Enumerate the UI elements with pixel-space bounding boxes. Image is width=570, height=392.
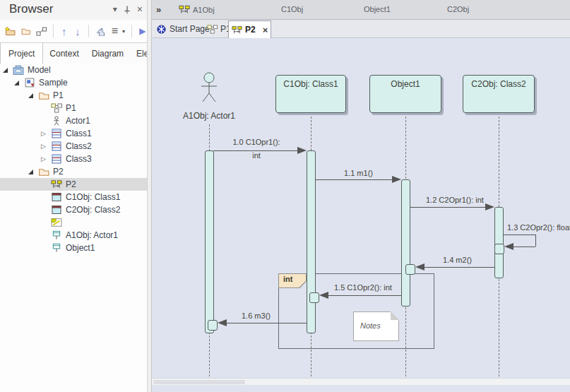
tree-item-p2-diagram-selected[interactable]: P2 [0, 178, 147, 191]
actor-figure[interactable] [198, 71, 220, 104]
tab-diagram[interactable]: Diagram [85, 43, 130, 64]
tree-item-p1-diagram[interactable]: P1 [0, 102, 147, 114]
hamburger-menu-icon[interactable]: ≡ [110, 24, 119, 38]
lifeline-box-c2obj[interactable]: C2Obj: Class2 [463, 75, 535, 113]
return-marker-a1obj[interactable] [208, 320, 218, 331]
activation-c1obj[interactable] [307, 150, 316, 333]
class-icon [51, 154, 62, 164]
tree-item-p2-folder[interactable]: P2 [0, 165, 147, 178]
browser-title: Browser [9, 2, 53, 16]
move-up-icon[interactable]: ↑ [60, 24, 69, 38]
scrollbar-thumb[interactable] [153, 380, 245, 384]
tree-item-class3[interactable]: ▷Class3 [0, 153, 147, 165]
return-marker-c2obj[interactable] [494, 244, 504, 254]
tree-item-model[interactable]: Model [0, 64, 147, 76]
message-1-2-line[interactable] [410, 207, 485, 208]
activation-object1[interactable] [401, 179, 410, 307]
lifeline-icon [51, 230, 62, 240]
message-1-0-line[interactable] [213, 150, 297, 151]
return-marker-c1obj[interactable] [309, 292, 319, 303]
tree-item-object1[interactable]: Object1 [0, 242, 147, 254]
tab-context[interactable]: Context [43, 43, 85, 64]
toolbar-separator [131, 25, 132, 37]
tab-p2-active[interactable]: P2 × [228, 20, 271, 38]
sequence-diagram-canvas[interactable]: A1Obj: Actor1 C1Obj: Class1 Object1 C2Ob… [152, 38, 570, 385]
object-icon [51, 192, 62, 202]
package-icon [38, 167, 49, 177]
message-1-4-label[interactable]: 1.4 m2() [443, 256, 472, 264]
expander-open-icon[interactable] [28, 93, 37, 98]
overflow-chevron-icon[interactable]: » [156, 4, 161, 15]
actor-label[interactable]: A1Obj: Actor1 [174, 111, 244, 121]
lifeline-box-c1obj[interactable]: C1Obj: Class1 [275, 75, 346, 113]
package-icon [38, 90, 49, 100]
tree-item-c2obj[interactable]: C2Obj: Class2 [0, 203, 147, 216]
tree-item-fragment[interactable] [0, 216, 147, 229]
message-1-1-label[interactable]: 1.1 m1() [344, 169, 373, 177]
note-text: Notes [360, 321, 381, 330]
message-1-0-label-line2[interactable]: int [219, 151, 294, 160]
message-1-4-line[interactable] [424, 267, 494, 268]
package-diagram-icon [51, 103, 62, 113]
expander-open-icon[interactable] [28, 170, 37, 174]
diagram-panel: » A1Obj C1Obj Object1 C2Obj Start Page P… [152, 0, 570, 392]
message-1-3-line-side[interactable] [535, 234, 536, 247]
folder-icon[interactable] [20, 24, 31, 38]
toolbar-separator [53, 25, 54, 37]
new-package-icon[interactable] [4, 24, 16, 38]
view-icon [24, 78, 35, 88]
toolbar-separator [88, 25, 89, 37]
message-1-1-line[interactable] [315, 179, 392, 180]
return-marker-object1[interactable] [405, 264, 415, 275]
tab-project[interactable]: Project [0, 43, 43, 64]
expander-closed-icon[interactable]: ▷ [41, 156, 50, 162]
tree-item-class2[interactable]: ▷Class2 [0, 140, 147, 153]
message-1-6-line[interactable] [227, 323, 307, 323]
menu-caret-icon[interactable]: ▾ [122, 28, 125, 35]
tree-item-a1obj[interactable]: A1Obj: Actor1 [0, 229, 147, 242]
move-down-icon[interactable]: ↓ [73, 24, 82, 38]
expander-open-icon[interactable] [3, 68, 12, 73]
tree-item-p1-folder[interactable]: P1 [0, 89, 147, 102]
header-lifeline-object1[interactable]: Object1 [364, 5, 391, 13]
tree-item-c1obj[interactable]: C1Obj: Class1 [0, 191, 147, 203]
pin-icon[interactable] [124, 5, 131, 14]
chevron-down-icon[interactable]: ▾ [113, 4, 117, 15]
tree-item-class1[interactable]: ▷Class1 [0, 127, 147, 140]
message-1-0-label[interactable]: 1.0 C1Opr1(): [219, 138, 294, 146]
sequence-diagram-icon [51, 179, 62, 189]
lifeline-box-object1[interactable]: Object1 [369, 75, 441, 113]
activation-a1obj[interactable] [205, 150, 214, 333]
locate-hand-icon[interactable] [95, 24, 105, 38]
note-fold-icon [391, 311, 399, 320]
fragment-operator-label: int [283, 275, 292, 283]
tree-item-sample[interactable]: Sample [0, 76, 147, 89]
activation-c2obj[interactable] [494, 207, 504, 278]
message-1-3-line-bottom[interactable] [513, 247, 535, 247]
tree-item-actor1[interactable]: Actor1 [0, 114, 147, 127]
message-1-5-line[interactable] [328, 295, 401, 296]
message-1-6-label[interactable]: 1.6 m3() [242, 311, 271, 320]
message-1-5-arrowhead [319, 292, 328, 299]
close-tab-icon[interactable]: × [263, 25, 268, 35]
message-1-3-label[interactable]: 1.3 C2Opr2(): float [507, 223, 570, 232]
note-element[interactable]: Notes [353, 311, 399, 341]
expander-closed-icon[interactable]: ▷ [41, 143, 50, 150]
play-icon[interactable]: ▶ [138, 24, 147, 38]
panel-splitter[interactable] [147, 0, 152, 392]
message-1-3-arrowhead [504, 243, 513, 250]
sequence-diagram-icon [179, 5, 190, 14]
close-icon[interactable]: × [137, 4, 143, 15]
horizontal-scrollbar[interactable] [152, 378, 570, 385]
browser-panel: Browser ▾ × ↑ ↓ ≡ ▾ ▶ Project Context Di… [0, 0, 147, 392]
message-1-5-label[interactable]: 1.5 C1Opr2(): int [334, 283, 392, 292]
expander-closed-icon[interactable]: ▷ [41, 131, 50, 137]
header-lifeline-c2obj[interactable]: C2Obj [447, 5, 469, 13]
header-lifeline-c1obj[interactable]: C1Obj [281, 5, 303, 13]
lifeline-icon [51, 243, 62, 253]
header-lifeline-a1obj[interactable]: A1Obj [179, 5, 215, 14]
message-1-2-label[interactable]: 1.2 C2Opr1(): int [426, 196, 484, 204]
browse-diagram-icon[interactable] [36, 24, 47, 38]
message-1-3-line-top[interactable] [503, 234, 535, 235]
expander-open-icon[interactable] [14, 81, 23, 85]
